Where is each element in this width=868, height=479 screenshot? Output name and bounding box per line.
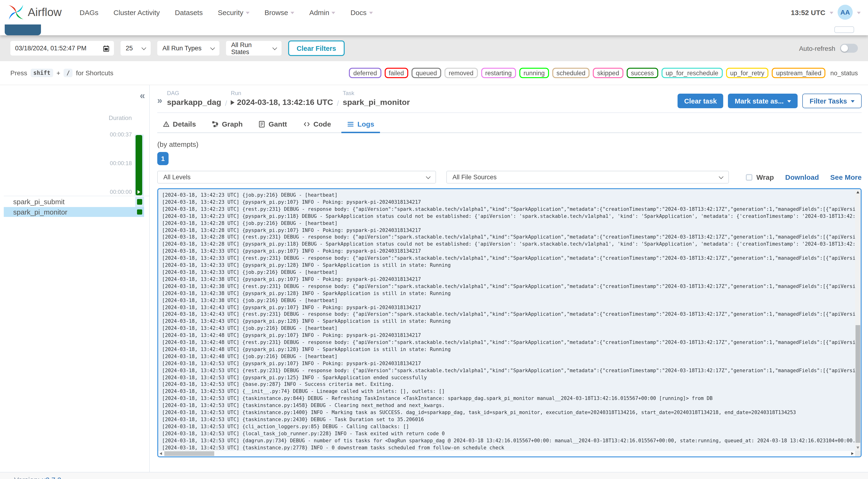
nav-item-security[interactable]: Security [218, 8, 249, 16]
task-state-cell [135, 207, 144, 217]
log-level-select[interactable]: All Levels [157, 171, 436, 184]
run-states-select[interactable]: All Run States [226, 41, 282, 56]
log-line: [2024-03-18, 13:42:48 UTC] {pyspark_pi.p… [162, 332, 855, 339]
download-link[interactable]: Download [785, 173, 819, 181]
breadcrumb-run: Run 2024-03-18, 13:42:16 UTC [231, 90, 333, 107]
axis-tick: 00:00:00 [110, 189, 132, 195]
expand-sidebar-icon[interactable]: » [157, 96, 162, 106]
horizontal-scrollbar-thumb[interactable] [164, 451, 214, 456]
log-links: Wrap Download See More [746, 173, 862, 181]
log-content[interactable]: [2024-03-18, 13:42:23 UTC] {job.py:216} … [158, 189, 855, 451]
tab-bar: DetailsGraphGanttCodeLogs [157, 113, 862, 133]
vertical-scrollbar-thumb[interactable] [856, 325, 860, 443]
chevron-down-icon [272, 45, 277, 50]
log-line: [2024-03-18, 13:42:28 UTC] {pyspark_pi.p… [162, 227, 855, 234]
toggle-knob [841, 45, 848, 52]
chevron-down-icon [369, 11, 373, 14]
log-line: [2024-03-18, 13:42:43 UTC] {pyspark_pi.p… [162, 318, 855, 325]
file-source-select[interactable]: All File Sources [446, 171, 729, 184]
clear-filters-button[interactable]: Clear Filters [288, 40, 345, 56]
nav-item-cluster-activity[interactable]: Cluster Activity [114, 8, 160, 16]
log-line: [2024-03-18, 13:42:38 UTC] {rest.py:231}… [162, 283, 855, 290]
wrap-checkbox[interactable] [746, 174, 753, 181]
log-line: [2024-03-18, 13:42:38 UTC] {job.py:216} … [162, 297, 855, 304]
vertical-scrollbar[interactable] [855, 189, 861, 451]
log-line: [2024-03-18, 13:42:28 UTC] {rest.py:231}… [162, 234, 855, 241]
log-line: [2024-03-18, 13:42:28 UTC] {job.py:216} … [162, 220, 855, 227]
attempts-heading: (by attempts) [157, 140, 862, 148]
task-row-spark-pi-submit[interactable]: spark_pi_submit [4, 197, 144, 207]
base-date-input[interactable]: 03/18/2024, 01:52:47 PM [10, 41, 114, 56]
collapse-sidebar-icon[interactable]: « [140, 90, 145, 101]
axis-tick: 00:00:18 [110, 160, 132, 166]
shift-key: shift [31, 69, 53, 77]
filter-bar: 03/18/2024, 01:52:47 PM 25 All Run Types… [0, 35, 868, 61]
duration-bar[interactable] [135, 135, 142, 195]
nav-item-admin[interactable]: Admin [309, 8, 336, 16]
tab-logs[interactable]: Logs [341, 117, 380, 133]
avatar[interactable]: AA [838, 5, 853, 20]
log-line: [2024-03-18, 13:42:53 UTC] {taskinstance… [162, 395, 855, 402]
tab-graph[interactable]: Graph [206, 117, 248, 133]
nav-item-datasets[interactable]: Datasets [175, 8, 203, 16]
footer: Version: v2.7.2 [0, 472, 868, 479]
log-line: [2024-03-18, 13:42:23 UTC] {pyspark_pi.p… [162, 213, 855, 220]
log-line: [2024-03-18, 13:42:33 UTC] {rest.py:231}… [162, 255, 855, 262]
scroll-up-icon[interactable] [856, 191, 859, 193]
partial-white-button[interactable] [834, 26, 854, 33]
mark-state-button[interactable]: Mark state as... [728, 94, 798, 108]
nav-item-dags[interactable]: DAGs [80, 8, 98, 16]
log-line: [2024-03-18, 13:42:23 UTC] {pyspark_pi.p… [162, 198, 855, 205]
state-badge-upstream_failed: upstream_failed [772, 68, 826, 78]
log-panel: [2024-03-18, 13:42:23 UTC] {job.py:216} … [157, 188, 862, 457]
shortcut-row: Press shift + / for Shortcuts deferredfa… [0, 61, 868, 85]
log-line: [2024-03-18, 13:42:53 UTC] {local_task_j… [162, 430, 855, 437]
dag-name[interactable]: sparkapp_dag [167, 98, 221, 107]
nav-item-docs[interactable]: Docs [350, 8, 373, 16]
run-name[interactable]: 2024-03-18, 13:42:16 UTC [231, 98, 333, 107]
attempt-1-button[interactable]: 1 [157, 152, 168, 165]
log-line: [2024-03-18, 13:42:53 UTC] {taskinstance… [162, 444, 855, 451]
chevron-down-icon[interactable] [830, 11, 833, 14]
state-badge-failed: failed [384, 68, 408, 78]
task-name[interactable]: spark_pi_monitor [343, 98, 410, 107]
log-line: [2024-03-18, 13:42:53 UTC] {pyspark_pi.p… [162, 374, 855, 381]
page-size-select[interactable]: 25 [121, 41, 151, 56]
auto-refresh-toggle[interactable] [840, 44, 858, 53]
state-badge-up_for_retry: up_for_retry [726, 68, 769, 78]
chevron-down-icon[interactable] [857, 11, 861, 14]
brand[interactable]: Airflow [7, 4, 62, 21]
log-line: [2024-03-18, 13:42:48 UTC] {rest.py:231}… [162, 339, 855, 346]
tab-details[interactable]: Details [157, 117, 202, 133]
horizontal-scrollbar[interactable] [158, 451, 855, 456]
log-controls: All Levels All File Sources Wrap Downloa… [157, 171, 862, 184]
scroll-right-icon[interactable] [851, 452, 854, 455]
log-line: [2024-03-18, 13:42:23 UTC] {job.py:216} … [162, 192, 855, 198]
clear-task-button[interactable]: Clear task [678, 94, 723, 108]
clock[interactable]: 13:52 UTC [791, 8, 826, 16]
tab-gantt[interactable]: Gantt [253, 117, 292, 133]
header: Airflow DAGs Cluster Activity Datasets S… [0, 0, 868, 35]
success-state-square[interactable] [137, 199, 143, 204]
task-sidebar: « Duration 00:00:37 00:00:18 00:00:00 sp… [0, 85, 150, 472]
see-more-link[interactable]: See More [830, 173, 862, 181]
slash-key: / [64, 69, 72, 77]
scroll-down-icon[interactable] [856, 447, 859, 449]
log-line: [2024-03-18, 13:42:33 UTC] {job.py:216} … [162, 269, 855, 276]
log-line: [2024-03-18, 13:42:53 UTC] {taskinstance… [162, 409, 855, 416]
tab-code[interactable]: Code [297, 117, 337, 133]
content: « Duration 00:00:37 00:00:18 00:00:00 sp… [0, 85, 868, 472]
version-link[interactable]: v2.7.2 [42, 476, 61, 479]
auto-refresh-label: Auto-refresh [799, 44, 835, 52]
filter-tasks-button[interactable]: Filter Tasks [803, 94, 862, 108]
success-state-square[interactable] [137, 209, 143, 215]
nav-item-browse[interactable]: Browse [265, 8, 294, 16]
wrap-option: Wrap [746, 173, 774, 181]
auto-refresh: Auto-refresh [799, 44, 858, 53]
run-types-select[interactable]: All Run Types [157, 41, 219, 56]
task-row-spark-pi-monitor[interactable]: spark_pi_monitor [4, 207, 144, 217]
task-actions: Clear task Mark state as... Filter Tasks [678, 90, 862, 108]
log-line: [2024-03-18, 13:42:43 UTC] {rest.py:231}… [162, 311, 855, 318]
scroll-left-icon[interactable] [160, 452, 162, 455]
task-state-cell [135, 197, 144, 207]
